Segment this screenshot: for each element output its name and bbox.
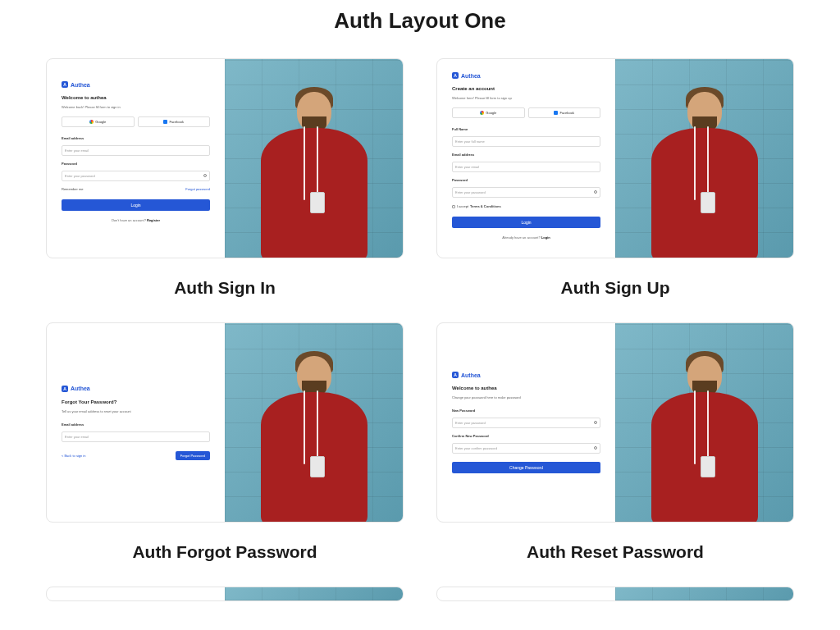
hero-image-partial	[615, 587, 793, 600]
form-signup: AAuthea Create an account Welcome here! …	[437, 59, 615, 258]
password-input[interactable]: Enter your password	[62, 171, 210, 181]
thumb-forgot: AAuthea Forgot Your Password? Tell us yo…	[46, 322, 404, 523]
brand-text: Authea	[71, 82, 90, 88]
form-partial	[47, 587, 225, 601]
brand-icon: A	[452, 72, 459, 79]
brand-text: Authea	[71, 386, 90, 391]
eye-icon[interactable]	[203, 174, 207, 177]
thumb-signin: AAuthea Welcome to authea Welcome back! …	[46, 58, 404, 258]
forgot-button[interactable]: Forgot Password	[176, 451, 210, 460]
thumb-partial	[436, 587, 794, 601]
new-password-label: New Password	[452, 409, 600, 413]
social-row: Google Facebook	[62, 116, 210, 127]
forgot-sub: Tell us your email address to reset your…	[62, 409, 210, 413]
options-row: Remember me Forgot password	[62, 187, 210, 191]
card-signup[interactable]: AAuthea Create an account Welcome here! …	[436, 58, 794, 298]
caption-signin: Auth Sign In	[174, 278, 276, 298]
facebook-button[interactable]: Facebook	[528, 107, 601, 118]
google-label: Google	[486, 111, 496, 115]
google-icon	[480, 111, 484, 115]
eye-icon[interactable]	[594, 190, 597, 194]
actions-row: < Back to sign in Forgot Password	[62, 451, 210, 460]
google-label: Google	[95, 120, 106, 124]
back-link[interactable]: < Back to sign in	[62, 454, 85, 458]
welcome-sub: Welcome back! Please fill form to sign i…	[62, 105, 210, 109]
google-icon	[89, 120, 94, 124]
form-signin: AAuthea Welcome to authea Welcome back! …	[47, 59, 225, 258]
brand-text: Authea	[461, 73, 481, 79]
eye-icon[interactable]	[594, 421, 597, 424]
login-link[interactable]: Login	[541, 235, 550, 240]
facebook-label: Facebook	[169, 120, 184, 124]
card-grid: AAuthea Welcome to authea Welcome back! …	[0, 58, 840, 601]
brand-icon: A	[62, 81, 68, 88]
remember-label[interactable]: Remember me	[62, 187, 83, 191]
brand: AAuthea	[452, 372, 600, 378]
footer-text: Already have an account? Login	[452, 235, 600, 240]
email-label: Email address	[62, 422, 210, 427]
thumb-reset: AAuthea Welcome to authea Change your pa…	[436, 322, 794, 523]
name-label: Full Name	[452, 127, 600, 131]
signup-heading: Create an account	[452, 86, 600, 91]
email-input[interactable]: Enter your email	[452, 162, 600, 172]
forgot-link[interactable]: Forgot password	[185, 187, 210, 191]
signup-button[interactable]: Login	[452, 217, 600, 228]
brand: AAuthea	[452, 72, 600, 79]
caption-signup: Auth Sign Up	[561, 278, 670, 298]
brand-icon: A	[62, 386, 68, 392]
facebook-icon	[163, 120, 167, 124]
thumb-partial	[46, 587, 404, 601]
footer-question: Don't have an account?	[112, 218, 146, 222]
google-button[interactable]: Google	[452, 107, 525, 118]
email-input[interactable]: Enter your email	[62, 431, 210, 442]
form-partial	[437, 587, 615, 601]
login-button[interactable]: Login	[62, 199, 210, 211]
terms-pre: I accept	[457, 204, 468, 208]
hero-image	[225, 323, 403, 522]
signup-sub: Welcome here! Please fill form to sign u…	[452, 96, 600, 100]
email-label: Email address	[62, 136, 210, 140]
reset-heading: Welcome to authea	[452, 386, 600, 390]
welcome-heading: Welcome to authea	[62, 95, 210, 100]
footer-text: Don't have an account? Register	[62, 218, 210, 222]
password-label: Password	[452, 178, 600, 182]
page-title: Auth Layout One	[0, 0, 840, 58]
social-row: Google Facebook	[452, 107, 600, 118]
brand-text: Authea	[461, 372, 481, 378]
eye-icon[interactable]	[594, 446, 597, 450]
card-signin[interactable]: AAuthea Welcome to authea Welcome back! …	[46, 58, 404, 298]
facebook-label: Facebook	[559, 111, 574, 115]
brand: AAuthea	[62, 386, 210, 392]
name-input[interactable]: Enter your full name	[452, 136, 600, 147]
confirm-password-input[interactable]: Enter your confirm password	[452, 443, 600, 454]
thumb-signup: AAuthea Create an account Welcome here! …	[436, 58, 794, 258]
terms-link[interactable]: Terms & Conditions	[470, 204, 501, 208]
card-forgot[interactable]: AAuthea Forgot Your Password? Tell us yo…	[46, 322, 404, 562]
form-reset: AAuthea Welcome to authea Change your pa…	[437, 323, 615, 522]
facebook-icon	[554, 111, 558, 115]
checkbox-icon[interactable]	[452, 205, 455, 208]
new-password-input[interactable]: Enter your password	[452, 418, 600, 428]
card-reset[interactable]: AAuthea Welcome to authea Change your pa…	[436, 322, 794, 562]
confirm-password-label: Confirm New Password	[452, 434, 600, 438]
password-label: Password	[62, 162, 210, 166]
hero-image	[615, 59, 793, 258]
card-partial-right[interactable]	[436, 587, 794, 601]
hero-image-partial	[225, 587, 403, 600]
email-input[interactable]: Enter your email	[62, 145, 210, 156]
terms-row[interactable]: I accept Terms & Conditions	[452, 204, 600, 208]
facebook-button[interactable]: Facebook	[138, 116, 211, 127]
change-password-button[interactable]: Change Password	[452, 462, 600, 473]
register-link[interactable]: Register	[147, 218, 160, 222]
caption-forgot: Auth Forgot Password	[132, 542, 317, 562]
forgot-heading: Forgot Your Password?	[62, 399, 210, 404]
form-forgot: AAuthea Forgot Your Password? Tell us yo…	[47, 323, 225, 522]
reset-sub: Change your password here to make passwo…	[452, 395, 600, 399]
password-input[interactable]: Enter your password	[452, 187, 600, 198]
card-partial-left[interactable]	[46, 587, 404, 601]
caption-reset: Auth Reset Password	[527, 542, 704, 562]
hero-image	[615, 323, 793, 522]
google-button[interactable]: Google	[62, 116, 135, 127]
brand: AAuthea	[62, 81, 210, 88]
footer-question: Already have an account?	[502, 235, 540, 240]
